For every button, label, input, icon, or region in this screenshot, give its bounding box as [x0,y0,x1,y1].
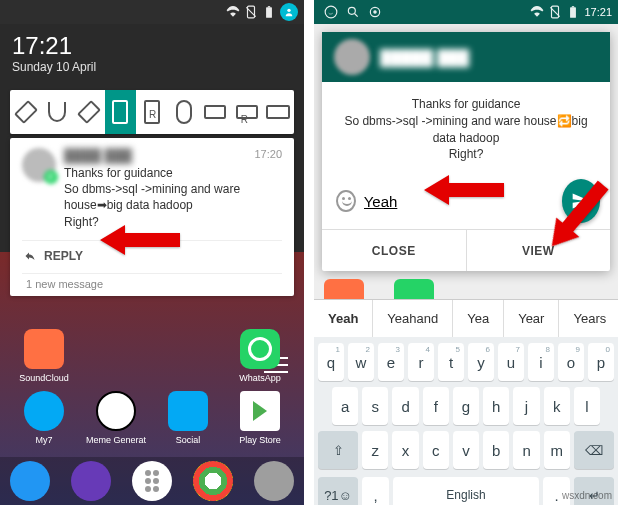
key-f[interactable]: f [423,387,449,425]
app-whatsapp[interactable]: WhatsApp [226,329,294,383]
whatsapp-notification[interactable]: ✆ ████ ███ 17:20 Thanks for guidance So … [10,138,294,296]
keyboard-suggestions: Yeah Yeahand Yea Year Years ⌄ [314,299,618,337]
key-m[interactable]: m [544,431,570,469]
suggestion-2[interactable]: Yeahand [373,300,453,337]
key-r[interactable]: r4 [408,343,434,381]
key-j[interactable]: j [513,387,539,425]
key-s[interactable]: s [362,387,388,425]
svg-line-8 [355,14,358,17]
search-status-icon [346,5,360,19]
key-t[interactable]: t5 [438,343,464,381]
backspace-key[interactable]: ⌫ [574,431,614,469]
keyboard: q1w2e3r4t5y6u7i8o9p0 asdfghjkl ⇧ zxcvbnm… [314,337,618,505]
rotation-option-portrait-r[interactable] [136,90,168,134]
whatsapp-reply-popup: █████ ███ Thanks for guidance So dbms->s… [322,32,610,271]
symbols-key[interactable]: ?1☺ [318,477,358,505]
svg-rect-2 [266,7,272,17]
key-z[interactable]: z [362,431,388,469]
msg-line-1: Thanks for guidance [342,96,590,113]
key-g[interactable]: g [453,387,479,425]
dock-phone-icon[interactable] [10,461,50,501]
notification-shade-header: 17:21 Sunday 10 April [0,24,304,86]
status-time: 17:21 [584,6,612,18]
key-k[interactable]: k [544,387,570,425]
key-e[interactable]: e3 [378,343,404,381]
home-apps-grid: SoundCloud WhatsApp My7 Meme Generat Soc… [0,321,304,453]
key-d[interactable]: d [392,387,418,425]
rotation-quick-settings [10,90,294,134]
key-l[interactable]: l [574,387,600,425]
rotation-option-landscape-r[interactable] [231,90,263,134]
send-icon [571,191,591,211]
shift-key[interactable]: ⇧ [318,431,358,469]
rotation-option-tv[interactable] [263,90,295,134]
emoji-button-icon[interactable] [336,190,356,212]
app-play-store[interactable]: Play Store [226,391,294,445]
rotation-option-portrait[interactable] [105,90,137,134]
sender-avatar: ✆ [22,148,56,182]
dock-app-drawer-icon[interactable] [132,461,172,501]
app-soundcloud[interactable]: SoundCloud [10,329,78,383]
battery-icon [566,5,580,19]
key-c[interactable]: c [423,431,449,469]
whatsapp-badge-icon: ✆ [44,170,58,184]
no-sim-icon [244,5,258,19]
sender-name: ████ ███ [64,148,132,163]
notification-footer: 1 new message [22,273,282,290]
spacebar-key[interactable]: English [393,477,539,505]
key-p[interactable]: p0 [588,343,614,381]
key-o[interactable]: o9 [558,343,584,381]
dock-chrome-icon[interactable] [193,461,233,501]
key-h[interactable]: h [483,387,509,425]
key-b[interactable]: b [483,431,509,469]
svg-rect-14 [572,6,574,7]
svg-point-6 [325,6,337,18]
close-button[interactable]: CLOSE [322,230,467,271]
profile-avatar-icon[interactable] [280,3,298,21]
app-social[interactable]: Social [154,391,222,445]
no-sim-icon [548,5,562,19]
suggestion-5[interactable]: Years [559,300,618,337]
comma-key[interactable]: , [362,477,389,505]
key-a[interactable]: a [332,387,358,425]
reply-input[interactable] [364,193,554,210]
key-w[interactable]: w2 [348,343,374,381]
background-apps-row [314,279,618,299]
rotation-option-shield[interactable] [42,90,74,134]
dock [0,457,304,505]
status-bar: 17:21 [314,0,618,24]
msg-line-3: Right? [342,146,590,163]
dock-camera-icon[interactable] [254,461,294,501]
app-my7[interactable]: My7 [10,391,78,445]
svg-rect-3 [268,6,270,7]
app-meme-generator[interactable]: Meme Generat [82,391,150,445]
reply-icon [22,250,38,262]
rotation-option-tilt[interactable] [73,90,105,134]
key-i[interactable]: i8 [528,343,554,381]
left-phone: 17:21 Sunday 10 April ✆ ████ ███ 17:20 T… [0,0,304,505]
wifi-icon [530,5,544,19]
key-y[interactable]: y6 [468,343,494,381]
rotation-option-landscape[interactable] [199,90,231,134]
key-v[interactable]: v [453,431,479,469]
right-phone: 17:21 █████ ███ Thanks for guidance So d… [314,0,618,505]
dock-messages-icon[interactable] [71,461,111,501]
msg-line-2: So dbms->sql ->mining and ware house➡big… [64,181,282,213]
send-button[interactable] [562,179,600,223]
clock-date: Sunday 10 April [12,60,292,74]
reply-label: REPLY [44,249,83,263]
key-u[interactable]: u7 [498,343,524,381]
suggestion-4[interactable]: Year [504,300,559,337]
reply-button[interactable]: REPLY [22,240,282,269]
status-bar [0,0,304,24]
suggestion-3[interactable]: Yea [453,300,504,337]
key-q[interactable]: q1 [318,343,344,381]
rotation-option-spin[interactable] [168,90,200,134]
notification-time: 17:20 [254,148,282,163]
key-n[interactable]: n [513,431,539,469]
auto-rotate-icon[interactable] [10,90,42,134]
target-status-icon [368,5,382,19]
key-x[interactable]: x [392,431,418,469]
view-button[interactable]: VIEW [467,230,611,271]
suggestion-1[interactable]: Yeah [314,300,373,337]
